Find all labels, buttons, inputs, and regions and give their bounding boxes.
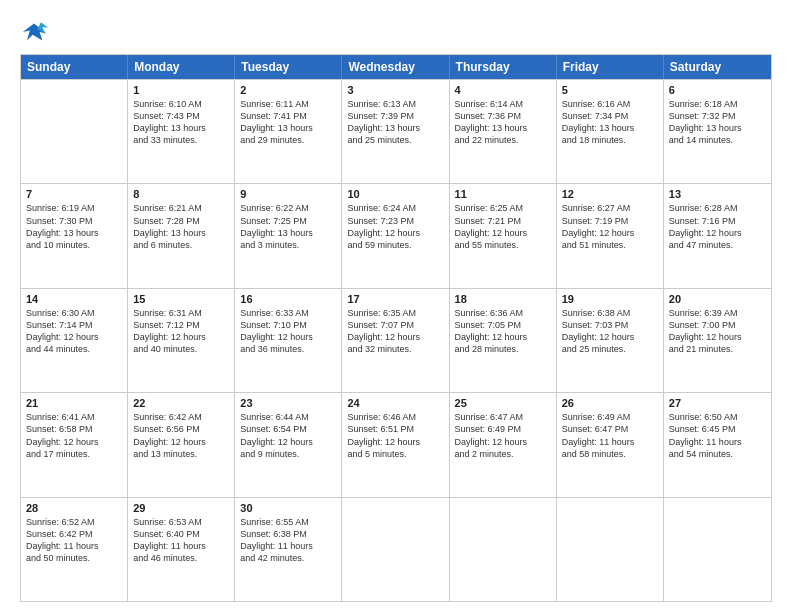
week-row-5: 28Sunrise: 6:52 AMSunset: 6:42 PMDayligh…	[21, 497, 771, 601]
cell-info-line: Daylight: 13 hours	[133, 122, 229, 134]
cell-info-line: Sunset: 7:36 PM	[455, 110, 551, 122]
cell-info-line: and 29 minutes.	[240, 134, 336, 146]
day-number: 9	[240, 188, 336, 200]
day-cell-4: 4Sunrise: 6:14 AMSunset: 7:36 PMDaylight…	[450, 80, 557, 183]
cell-info-line: Daylight: 12 hours	[562, 227, 658, 239]
cell-info-line: Sunset: 6:49 PM	[455, 423, 551, 435]
cell-info-line: Daylight: 12 hours	[26, 331, 122, 343]
cell-info-line: Sunset: 7:21 PM	[455, 215, 551, 227]
calendar: SundayMondayTuesdayWednesdayThursdayFrid…	[20, 54, 772, 602]
cell-info-line: Daylight: 11 hours	[240, 540, 336, 552]
empty-cell	[664, 498, 771, 601]
cell-info-line: Daylight: 13 hours	[562, 122, 658, 134]
cell-info-line: Sunrise: 6:28 AM	[669, 202, 766, 214]
day-number: 19	[562, 293, 658, 305]
cell-info-line: Sunrise: 6:42 AM	[133, 411, 229, 423]
day-number: 30	[240, 502, 336, 514]
cell-info-line: and 13 minutes.	[133, 448, 229, 460]
day-number: 2	[240, 84, 336, 96]
cell-info-line: Sunrise: 6:53 AM	[133, 516, 229, 528]
cell-info-line: Sunrise: 6:41 AM	[26, 411, 122, 423]
day-cell-20: 20Sunrise: 6:39 AMSunset: 7:00 PMDayligh…	[664, 289, 771, 392]
day-cell-9: 9Sunrise: 6:22 AMSunset: 7:25 PMDaylight…	[235, 184, 342, 287]
cell-info-line: Sunset: 6:56 PM	[133, 423, 229, 435]
cell-info-line: Sunset: 7:41 PM	[240, 110, 336, 122]
cell-info-line: Daylight: 11 hours	[133, 540, 229, 552]
cell-info-line: and 59 minutes.	[347, 239, 443, 251]
week-row-2: 7Sunrise: 6:19 AMSunset: 7:30 PMDaylight…	[21, 183, 771, 287]
day-cell-23: 23Sunrise: 6:44 AMSunset: 6:54 PMDayligh…	[235, 393, 342, 496]
cell-info-line: Sunset: 7:03 PM	[562, 319, 658, 331]
cell-info-line: Sunset: 7:16 PM	[669, 215, 766, 227]
day-cell-13: 13Sunrise: 6:28 AMSunset: 7:16 PMDayligh…	[664, 184, 771, 287]
day-cell-21: 21Sunrise: 6:41 AMSunset: 6:58 PMDayligh…	[21, 393, 128, 496]
cell-info-line: Daylight: 12 hours	[240, 436, 336, 448]
cell-info-line: and 25 minutes.	[347, 134, 443, 146]
day-cell-5: 5Sunrise: 6:16 AMSunset: 7:34 PMDaylight…	[557, 80, 664, 183]
cell-info-line: Daylight: 13 hours	[669, 122, 766, 134]
cell-info-line: Sunrise: 6:21 AM	[133, 202, 229, 214]
page-header	[20, 18, 772, 46]
cell-info-line: Sunrise: 6:35 AM	[347, 307, 443, 319]
day-number: 3	[347, 84, 443, 96]
day-cell-22: 22Sunrise: 6:42 AMSunset: 6:56 PMDayligh…	[128, 393, 235, 496]
cell-info-line: Sunrise: 6:13 AM	[347, 98, 443, 110]
day-cell-15: 15Sunrise: 6:31 AMSunset: 7:12 PMDayligh…	[128, 289, 235, 392]
day-cell-7: 7Sunrise: 6:19 AMSunset: 7:30 PMDaylight…	[21, 184, 128, 287]
cell-info-line: Sunset: 7:10 PM	[240, 319, 336, 331]
day-number: 16	[240, 293, 336, 305]
cell-info-line: and 3 minutes.	[240, 239, 336, 251]
weekday-header-thursday: Thursday	[450, 55, 557, 79]
cell-info-line: Sunrise: 6:55 AM	[240, 516, 336, 528]
cell-info-line: Daylight: 11 hours	[562, 436, 658, 448]
cell-info-line: Sunrise: 6:33 AM	[240, 307, 336, 319]
empty-cell	[21, 80, 128, 183]
cell-info-line: and 28 minutes.	[455, 343, 551, 355]
cell-info-line: Daylight: 11 hours	[669, 436, 766, 448]
cell-info-line: Daylight: 13 hours	[240, 227, 336, 239]
day-number: 15	[133, 293, 229, 305]
cell-info-line: and 14 minutes.	[669, 134, 766, 146]
cell-info-line: and 33 minutes.	[133, 134, 229, 146]
day-cell-8: 8Sunrise: 6:21 AMSunset: 7:28 PMDaylight…	[128, 184, 235, 287]
cell-info-line: Daylight: 12 hours	[347, 227, 443, 239]
cell-info-line: Daylight: 13 hours	[26, 227, 122, 239]
cell-info-line: Daylight: 12 hours	[133, 436, 229, 448]
weekday-header-friday: Friday	[557, 55, 664, 79]
cell-info-line: Sunrise: 6:19 AM	[26, 202, 122, 214]
cell-info-line: Daylight: 12 hours	[455, 436, 551, 448]
week-row-4: 21Sunrise: 6:41 AMSunset: 6:58 PMDayligh…	[21, 392, 771, 496]
day-cell-26: 26Sunrise: 6:49 AMSunset: 6:47 PMDayligh…	[557, 393, 664, 496]
empty-cell	[450, 498, 557, 601]
cell-info-line: Sunrise: 6:11 AM	[240, 98, 336, 110]
cell-info-line: and 40 minutes.	[133, 343, 229, 355]
cell-info-line: Sunrise: 6:36 AM	[455, 307, 551, 319]
cell-info-line: Sunrise: 6:25 AM	[455, 202, 551, 214]
cell-info-line: Sunset: 7:12 PM	[133, 319, 229, 331]
calendar-body: 1Sunrise: 6:10 AMSunset: 7:43 PMDaylight…	[21, 79, 771, 601]
day-number: 4	[455, 84, 551, 96]
cell-info-line: and 32 minutes.	[347, 343, 443, 355]
cell-info-line: Daylight: 12 hours	[240, 331, 336, 343]
cell-info-line: Sunrise: 6:30 AM	[26, 307, 122, 319]
cell-info-line: Daylight: 12 hours	[347, 436, 443, 448]
weekday-header-saturday: Saturday	[664, 55, 771, 79]
cell-info-line: Sunrise: 6:39 AM	[669, 307, 766, 319]
cell-info-line: Daylight: 13 hours	[455, 122, 551, 134]
cell-info-line: and 25 minutes.	[562, 343, 658, 355]
cell-info-line: and 36 minutes.	[240, 343, 336, 355]
day-number: 11	[455, 188, 551, 200]
day-cell-27: 27Sunrise: 6:50 AMSunset: 6:45 PMDayligh…	[664, 393, 771, 496]
weekday-header-sunday: Sunday	[21, 55, 128, 79]
cell-info-line: Sunset: 7:39 PM	[347, 110, 443, 122]
cell-info-line: and 9 minutes.	[240, 448, 336, 460]
cell-info-line: Daylight: 12 hours	[133, 331, 229, 343]
cell-info-line: Sunset: 7:43 PM	[133, 110, 229, 122]
cell-info-line: Sunrise: 6:50 AM	[669, 411, 766, 423]
day-number: 26	[562, 397, 658, 409]
cell-info-line: Daylight: 12 hours	[347, 331, 443, 343]
day-number: 29	[133, 502, 229, 514]
cell-info-line: and 51 minutes.	[562, 239, 658, 251]
day-number: 21	[26, 397, 122, 409]
day-number: 8	[133, 188, 229, 200]
